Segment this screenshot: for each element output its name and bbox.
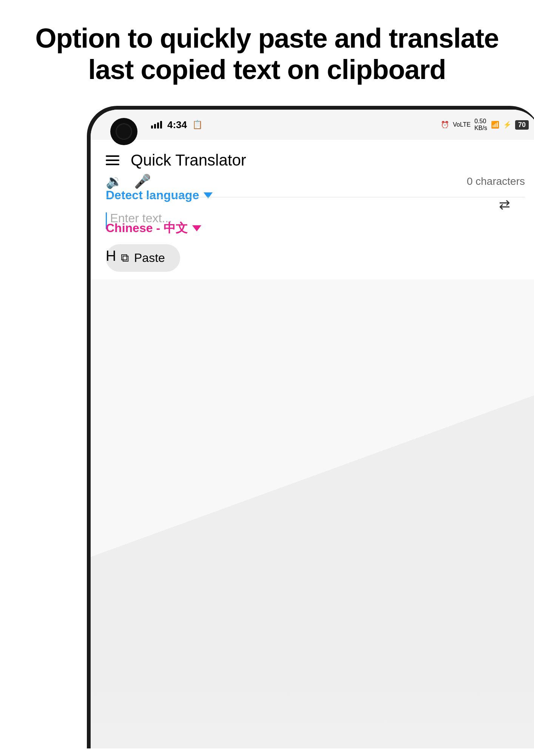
phone-screen: 4:34 📋 ⏰ VoLTE 0.50KB/s 📶 ⚡ 70: [91, 110, 534, 748]
phone-mockup: 4:34 📋 ⏰ VoLTE 0.50KB/s 📶 ⚡ 70: [87, 106, 534, 748]
status-timer-icon: 📋: [192, 120, 202, 130]
char-count: 0 characters: [467, 175, 525, 187]
source-controls: 🔉 🎤 0 characters: [106, 174, 525, 189]
camera-cutout: [110, 118, 137, 145]
target-language-dropdown-arrow: [192, 225, 201, 231]
status-extra-icon: ⚡: [503, 121, 511, 129]
camera-lens: [116, 123, 132, 140]
mic-icon[interactable]: 🎤: [134, 174, 151, 189]
swap-icon[interactable]: ⇅: [496, 199, 512, 211]
diagonal-bg: [91, 215, 534, 748]
status-wifi-icon: 📶: [491, 121, 499, 129]
status-time: 4:34: [167, 119, 187, 131]
status-right: ⏰ VoLTE 0.50KB/s 📶 ⚡ 70: [441, 118, 529, 132]
translated-text: H: [106, 244, 525, 268]
target-language-selector[interactable]: Chinese - 中文: [106, 220, 525, 237]
status-lte: VoLTE: [453, 121, 471, 128]
status-speed: 0.50KB/s: [474, 118, 487, 132]
signal-bars: [151, 121, 162, 129]
status-alarm-icon: ⏰: [441, 121, 449, 129]
volume-icon[interactable]: 🔉: [106, 174, 123, 189]
status-left: 4:34 📋: [151, 119, 202, 131]
app-content: Quick Translator Detect language Enter t…: [91, 140, 534, 748]
hamburger-menu-icon[interactable]: [106, 155, 119, 165]
header-line2: last copied text on clipboard: [88, 54, 446, 85]
status-bar: 4:34 📋 ⏰ VoLTE 0.50KB/s 📶 ⚡ 70: [91, 110, 534, 140]
page-header: Option to quickly paste and translate la…: [0, 0, 534, 101]
target-language-label: Chinese - 中文: [106, 220, 188, 237]
divider-row: ⇅: [106, 197, 525, 212]
status-battery: 70: [515, 120, 529, 130]
app-title: Quick Translator: [131, 151, 246, 169]
header-line1: Option to quickly paste and translate: [35, 23, 499, 53]
phone-frame: 4:34 📋 ⏰ VoLTE 0.50KB/s 📶 ⚡ 70: [87, 106, 534, 748]
bottom-controls: 🔉 🎤 0 characters ⇅ Chinese - 中文 H: [91, 174, 534, 268]
